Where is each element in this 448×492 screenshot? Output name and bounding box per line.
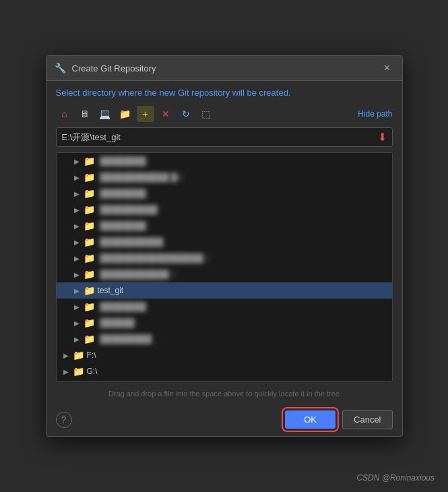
tree-arrow: ▶ (73, 190, 81, 197)
tree-label: █████████ (98, 334, 387, 344)
tree-arrow: ▶ (73, 287, 81, 295)
subtitle-link: directory (82, 88, 116, 98)
path-bar: ⬇ (56, 127, 393, 147)
titlebar: 🔧 Create Git Repository × (46, 56, 402, 81)
folder-icon: 📁 (84, 301, 95, 312)
ok-button[interactable]: OK (285, 410, 335, 429)
drive-icon: 📁 (73, 366, 84, 377)
folder-icon: 📁 (84, 220, 95, 231)
title-icon: 🔧 (55, 62, 67, 74)
tree-item[interactable]: ▶ 📁 ███████████ (57, 234, 392, 250)
tree-label: ███████████ (98, 237, 387, 247)
expand-button[interactable]: ⬚ (197, 106, 215, 122)
subtitle-rest: where the new Git repository will be cre… (116, 88, 290, 98)
drive-icon: 📁 (73, 350, 84, 361)
refresh-button[interactable]: ↻ (177, 106, 195, 122)
tree-item[interactable]: ▶ 📁 ██████████████████ - (57, 250, 392, 266)
tree-label: ██████ (98, 318, 387, 328)
tree-arrow: ▶ (73, 222, 81, 230)
folder-icon: 📁 (84, 156, 95, 166)
dialog: 🔧 Create Git Repository × Select directo… (46, 55, 403, 437)
cancel-button[interactable]: Cancel (342, 410, 392, 429)
tree-item-drive-f[interactable]: ▶ 📁 F:\ (57, 347, 392, 363)
help-button[interactable]: ? (56, 412, 72, 428)
path-input[interactable] (62, 132, 374, 142)
tree-label: ████████ (98, 156, 387, 166)
path-download-icon[interactable]: ⬇ (378, 131, 387, 144)
tree-arrow: ▶ (62, 368, 70, 375)
new-folder-button[interactable]: + (137, 106, 154, 122)
toolbar: ⌂ 🖥 💻 📁 + ✕ ↻ ⬚ Hide path (46, 103, 402, 125)
tree-label: ████████ (98, 221, 387, 230)
tree-arrow: ▶ (73, 271, 81, 278)
tree-item[interactable]: ▶ 📁 █████████ (57, 331, 392, 347)
tree-item-drive-g[interactable]: ▶ 📁 G:\ (57, 363, 392, 379)
dialog-title: Create Git Repository (72, 63, 375, 73)
tree-arrow: ▶ (73, 206, 81, 214)
tree-item[interactable]: ▶ 📁 ████████ (57, 218, 392, 234)
tree-arrow: ▶ (73, 303, 81, 311)
tree-arrow: ▶ (73, 255, 81, 262)
shared-folder-button[interactable]: 📁 (117, 106, 134, 122)
drive-f-label: F:\ (87, 350, 387, 360)
tree-arrow: ▶ (73, 158, 81, 165)
tree-item[interactable]: ▶ 📁 ████████ (57, 299, 392, 315)
folder-icon: 📁 (84, 269, 95, 280)
dialog-subtitle: Select directory where the new Git repos… (46, 81, 402, 103)
delete-button[interactable]: ✕ (157, 106, 174, 122)
tree-arrow: ▶ (73, 239, 81, 246)
tree-item[interactable]: ▶ 📁 ████████ (57, 185, 392, 202)
documents-button[interactable]: 💻 (96, 106, 114, 122)
subtitle-static: Select (56, 88, 83, 98)
tree-item[interactable]: ▶ 📁 ████████████ - (57, 266, 392, 282)
folder-icon: 📁 (84, 317, 95, 328)
folder-icon: 📁 (84, 204, 95, 215)
tree-label: ████████ (98, 189, 387, 198)
tree-arrow: ▶ (73, 174, 81, 181)
tree-arrow: ▶ (73, 336, 81, 343)
tree-label: ████████████ █n (98, 173, 387, 182)
tree-label: ██████████ (98, 205, 387, 214)
tree-item[interactable]: ▶ 📁 ████████ (57, 153, 392, 169)
tree-item-test-git[interactable]: ▶ 📁 test_git (57, 282, 392, 299)
tree-item[interactable]: ▶ 📁 ██████████ (57, 202, 392, 218)
desktop-button[interactable]: 🖥 (76, 106, 94, 122)
folder-icon: 📁 (84, 188, 95, 199)
tree-label: ██████████████████ - (98, 253, 387, 263)
tree-label-test-git: test_git (98, 286, 387, 295)
tree-arrow: ▶ (73, 319, 81, 327)
close-button[interactable]: × (381, 61, 394, 75)
drive-g-label: G:\ (87, 367, 387, 376)
watermark: CSDN @Roninaxious (356, 473, 435, 483)
tree-item[interactable]: ▶ 📁 ████████████ █n (57, 169, 392, 185)
file-tree[interactable]: ▶ 📁 ████████ ▶ 📁 ████████████ █n ▶ 📁 ███… (56, 152, 393, 381)
overlay: 🔧 Create Git Repository × Select directo… (0, 0, 448, 492)
folder-icon: 📁 (84, 285, 95, 296)
hide-path-button[interactable]: Hide path (358, 109, 392, 119)
home-button[interactable]: ⌂ (56, 106, 73, 122)
drag-drop-hint: Drag and drop a file into the space abov… (56, 386, 393, 402)
tree-item[interactable]: ▶ 📁 ██████ (57, 315, 392, 331)
folder-icon: 📁 (84, 253, 95, 264)
tree-label: ████████ (98, 302, 387, 311)
folder-icon: 📁 (84, 237, 95, 247)
tree-label: ████████████ - (98, 270, 387, 279)
folder-icon: 📁 (84, 334, 95, 344)
dialog-footer: ? OK Cancel (46, 403, 402, 436)
tree-arrow: ▶ (62, 352, 70, 359)
folder-icon: 📁 (84, 172, 95, 183)
